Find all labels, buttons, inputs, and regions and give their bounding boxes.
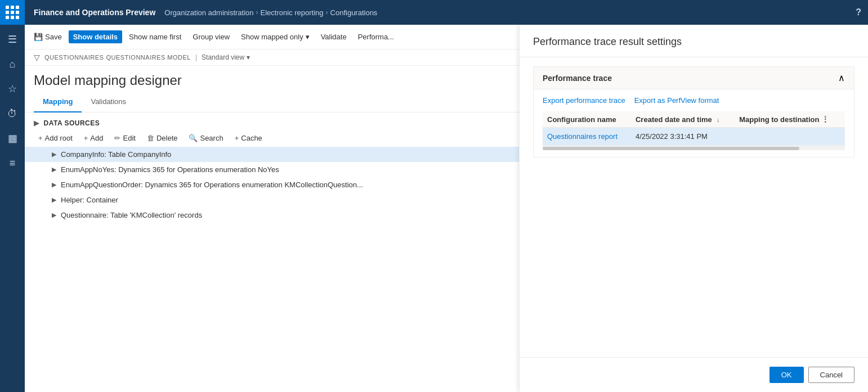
sidebar-recent-icon[interactable]: ⏱ (0, 101, 25, 126)
section-title: Performance trace (543, 74, 612, 83)
add-label: Add (90, 134, 103, 142)
breadcrumb-sep-0: › (256, 8, 258, 16)
col-config-name: Configuration name (543, 111, 631, 128)
scrollbar-thumb[interactable] (543, 147, 799, 150)
right-panel-title: Performance trace result settings (533, 36, 854, 48)
data-sources-area: ▶ DATA SOURCES + Add root + Add ✏ Edit 🗑 (25, 112, 519, 392)
cache-icon: + (235, 134, 239, 142)
apps-grid-icon (6, 6, 19, 19)
sidebar-home-icon[interactable]: ⌂ (0, 52, 25, 76)
filter-icon[interactable]: ▽ (34, 53, 40, 62)
show-mapped-only-button[interactable]: Show mapped only ▾ (236, 30, 314, 43)
ds-expand-icon[interactable]: ▶ (34, 119, 39, 127)
tabs: Mapping Validations (25, 93, 519, 112)
group-view-label: Group view (193, 33, 230, 41)
performance-button[interactable]: Performa... (354, 30, 399, 43)
ds-item-label-0: CompanyInfo: Table CompanyInfo (61, 150, 171, 159)
save-disk-icon: 💾 (34, 33, 43, 41)
right-panel-footer: OK Cancel (520, 357, 868, 392)
cancel-button[interactable]: Cancel (808, 367, 854, 383)
dropdown-chevron-icon: ▾ (306, 33, 310, 41)
delete-button[interactable]: 🗑 Delete (142, 132, 182, 145)
expand-icon-2: ▶ (52, 181, 56, 188)
section-collapse-icon: ∧ (838, 73, 845, 83)
ds-item-label-3: Helper: Container (61, 196, 118, 204)
ds-item-label-2: EnumAppQuestionOrder: Dynamics 365 for O… (61, 181, 363, 189)
plus-icon: + (38, 134, 43, 142)
add-root-button[interactable]: + Add root (34, 132, 77, 145)
table-row[interactable]: Questionnaires report 4/25/2022 3:31:41 … (543, 128, 845, 146)
edit-button[interactable]: ✏ Edit (110, 132, 140, 145)
edit-icon: ✏ (114, 134, 120, 142)
tab-mapping[interactable]: Mapping (34, 93, 82, 112)
sidebar-list-icon[interactable]: ≡ (0, 151, 25, 175)
table-header-row: Configuration name Created date and time… (543, 111, 845, 128)
breadcrumb-path: QUESTIONNAIRES QUESTIONNAIRES MODEL (44, 54, 191, 61)
tab-validations[interactable]: Validations (82, 93, 135, 112)
table-header: Configuration name Created date and time… (543, 111, 845, 128)
breadcrumb-item-0[interactable]: Organization administration (164, 8, 253, 17)
col-created-date[interactable]: Created date and time ↓ (631, 111, 735, 128)
help-icon[interactable]: ? (856, 7, 861, 17)
ds-header: ▶ DATA SOURCES (25, 117, 519, 129)
group-view-button[interactable]: Group view (188, 30, 234, 43)
ds-item-4[interactable]: ▶ Questionnaire: Table 'KMCollection' re… (25, 208, 519, 223)
expand-icon-1: ▶ (52, 166, 56, 173)
breadcrumb-seg1: QUESTIONNAIRES (44, 54, 104, 61)
horizontal-scrollbar[interactable] (543, 146, 845, 150)
show-details-label: Show details (73, 33, 118, 41)
cell-mapping (735, 128, 845, 146)
expand-icon-3: ▶ (52, 196, 56, 204)
cell-config-name: Questionnaires report (543, 128, 631, 146)
validate-label: Validate (321, 33, 347, 41)
sidebar-menu-icon[interactable]: ☰ (0, 27, 25, 52)
section-links: Export performance trace Export as PerfV… (543, 96, 845, 105)
ds-item-2[interactable]: ▶ EnumAppQuestionOrder: Dynamics 365 for… (25, 177, 519, 192)
top-nav-right: ? (856, 7, 868, 17)
view-chevron-icon: ▾ (247, 53, 250, 61)
sidebar-calendar-icon[interactable]: ▦ (0, 126, 25, 151)
export-perf-link[interactable]: Export as PerfView format (634, 96, 719, 105)
view-selector[interactable]: Standard view ▾ (202, 53, 250, 61)
delete-icon: 🗑 (147, 134, 154, 142)
cache-button[interactable]: + Cache (230, 132, 267, 145)
breadcrumb-item-1[interactable]: Electronic reporting (261, 8, 324, 17)
breadcrumb: Organization administration › Electronic… (164, 8, 377, 17)
section-header[interactable]: Performance trace ∧ (534, 67, 854, 89)
expand-icon-4: ▶ (52, 211, 56, 219)
right-panel-header: Performance trace result settings (520, 25, 868, 57)
show-name-first-button[interactable]: Show name first (124, 30, 186, 43)
section-body: Export performance trace Export as PerfV… (534, 89, 854, 157)
page-title: Model mapping designer (34, 73, 510, 88)
performance-trace-section: Performance trace ∧ Export performance t… (533, 66, 854, 157)
search-label: Search (200, 134, 223, 142)
show-details-button[interactable]: Show details (69, 30, 122, 43)
show-name-first-label: Show name first (129, 33, 181, 41)
top-nav: Finance and Operations Preview Organizat… (0, 0, 868, 25)
apps-button[interactable] (0, 0, 25, 25)
sort-desc-icon: ↓ (716, 116, 719, 124)
breadcrumb-sep-1: › (326, 8, 328, 16)
ds-item-3[interactable]: ▶ Helper: Container (25, 192, 519, 208)
col-mapping: Mapping to destination ⋮ (735, 111, 845, 128)
sidebar-favorites-icon[interactable]: ☆ (0, 76, 25, 101)
export-trace-link[interactable]: Export performance trace (543, 96, 625, 105)
edit-label: Edit (123, 134, 135, 142)
ds-item-1[interactable]: ▶ EnumAppNoYes: Dynamics 365 for Operati… (25, 162, 519, 177)
expand-icon-0: ▶ (52, 151, 56, 158)
breadcrumb-item-2[interactable]: Configurations (330, 8, 378, 17)
cell-created-date: 4/25/2022 3:31:41 PM (631, 128, 735, 146)
col-more-icon[interactable]: ⋮ (821, 115, 829, 124)
add-button[interactable]: + Add (79, 132, 108, 145)
ok-button[interactable]: OK (769, 367, 804, 383)
breadcrumb-divider: | (195, 53, 197, 61)
search-button[interactable]: 🔍 Search (184, 132, 227, 145)
ds-item-0[interactable]: ▶ CompanyInfo: Table CompanyInfo (25, 147, 519, 162)
config-name-link[interactable]: Questionnaires report (547, 132, 618, 141)
save-button[interactable]: 💾 Save (29, 30, 66, 43)
main-layout: ☰ ⌂ ☆ ⏱ ▦ ≡ 💾 Save Show details Show nam… (0, 25, 868, 392)
validate-button[interactable]: Validate (316, 30, 351, 43)
add-root-label: Add root (45, 134, 73, 142)
right-panel: Performance trace result settings Perfor… (519, 25, 868, 392)
page-header: Model mapping designer (25, 66, 519, 93)
